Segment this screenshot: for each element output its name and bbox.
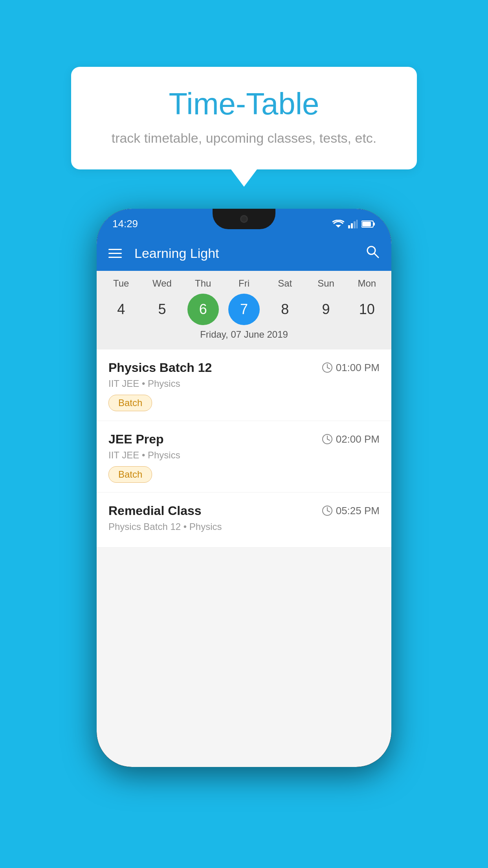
day-number-6-today[interactable]: 6 (187, 294, 219, 325)
camera-dot (240, 215, 248, 223)
day-number-9[interactable]: 9 (310, 294, 342, 325)
phone-frame: 14:29 (97, 209, 391, 767)
svg-rect-1 (348, 225, 350, 228)
day-number-10[interactable]: 10 (351, 294, 383, 325)
day-number-4[interactable]: 4 (105, 294, 137, 325)
day-numbers: 4 5 6 7 8 9 10 (97, 294, 391, 325)
day-number-7-selected[interactable]: 7 (228, 294, 260, 325)
battery-icon (361, 220, 376, 228)
day-number-8[interactable]: 8 (269, 294, 301, 325)
hamburger-menu-button[interactable] (108, 249, 122, 258)
signal-icon (348, 220, 358, 228)
svg-line-18 (327, 511, 330, 512)
app-title: Learning Light (131, 246, 356, 261)
schedule-title-3: Remedial Class (108, 504, 202, 518)
svg-rect-4 (356, 220, 358, 228)
svg-rect-7 (362, 222, 371, 226)
tooltip-title: Time-Table (95, 87, 393, 121)
batch-badge-1: Batch (108, 395, 152, 411)
status-icons (332, 220, 376, 228)
schedule-time-text-2: 02:00 PM (336, 433, 380, 445)
phone-screen: 14:29 (97, 209, 391, 767)
schedule-time-2: 02:00 PM (322, 433, 380, 445)
day-header-mon: Mon (351, 278, 383, 289)
svg-line-12 (327, 368, 330, 369)
selected-date-label: Friday, 07 June 2019 (97, 325, 391, 346)
phone-notch (213, 209, 275, 229)
phone-mockup: 14:29 (97, 209, 391, 767)
hamburger-line-1 (108, 249, 122, 250)
day-header-fri: Fri (228, 278, 260, 289)
app-bar: Learning Light (97, 236, 391, 271)
search-button[interactable] (365, 245, 380, 262)
svg-line-15 (327, 439, 330, 440)
clock-icon-3 (322, 505, 333, 516)
svg-line-9 (374, 254, 378, 257)
tooltip-subtitle: track timetable, upcoming classes, tests… (95, 131, 393, 146)
schedule-meta-3: Physics Batch 12 • Physics (108, 521, 380, 532)
clock-icon-2 (322, 434, 333, 445)
day-headers: Tue Wed Thu Fri Sat Sun Mon (97, 278, 391, 289)
svg-rect-2 (351, 223, 353, 228)
svg-marker-0 (336, 225, 341, 228)
schedule-time-text-1: 01:00 PM (336, 362, 380, 374)
day-header-thu: Thu (187, 278, 219, 289)
wifi-icon (332, 220, 344, 228)
schedule-item-3[interactable]: Remedial Class 05:25 PM Physics Batch 12… (97, 493, 391, 548)
schedule-list: Physics Batch 12 01:00 PM IIT JEE • Phys… (97, 349, 391, 548)
hamburger-line-2 (108, 253, 122, 254)
schedule-title-1: Physics Batch 12 (108, 360, 212, 375)
day-header-tue: Tue (105, 278, 137, 289)
batch-badge-2: Batch (108, 466, 152, 483)
status-time: 14:29 (112, 218, 138, 230)
schedule-item-top-2: JEE Prep 02:00 PM (108, 432, 380, 447)
schedule-item-top-3: Remedial Class 05:25 PM (108, 504, 380, 518)
day-header-sat: Sat (269, 278, 301, 289)
schedule-title-2: JEE Prep (108, 432, 164, 447)
svg-rect-6 (373, 223, 375, 226)
schedule-time-3: 05:25 PM (322, 505, 380, 517)
hamburger-line-3 (108, 257, 122, 258)
clock-icon-1 (322, 362, 333, 373)
day-header-wed: Wed (146, 278, 178, 289)
svg-rect-3 (354, 221, 356, 228)
schedule-meta-2: IIT JEE • Physics (108, 450, 380, 461)
day-header-sun: Sun (310, 278, 342, 289)
tooltip-card: Time-Table track timetable, upcoming cla… (71, 67, 417, 169)
schedule-time-text-3: 05:25 PM (336, 505, 380, 517)
schedule-item-2[interactable]: JEE Prep 02:00 PM IIT JEE • Physics Batc… (97, 421, 391, 493)
day-number-5[interactable]: 5 (146, 294, 178, 325)
schedule-item-1[interactable]: Physics Batch 12 01:00 PM IIT JEE • Phys… (97, 349, 391, 421)
schedule-time-1: 01:00 PM (322, 362, 380, 374)
schedule-meta-1: IIT JEE • Physics (108, 378, 380, 389)
schedule-item-top-1: Physics Batch 12 01:00 PM (108, 360, 380, 375)
calendar-strip: Tue Wed Thu Fri Sat Sun Mon 4 5 6 7 8 9 … (97, 271, 391, 349)
